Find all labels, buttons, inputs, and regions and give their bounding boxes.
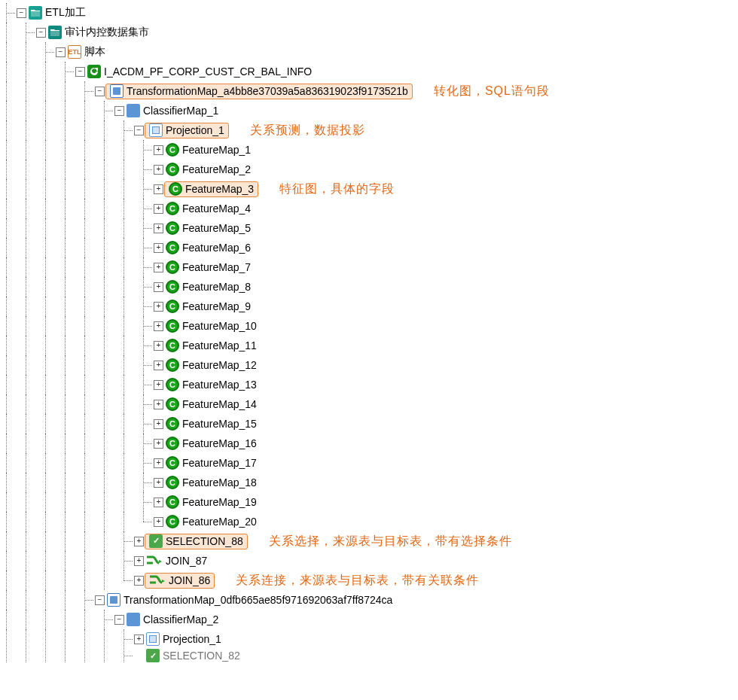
- expand-icon[interactable]: +: [154, 361, 163, 370]
- node-projection-1b[interactable]: + Projection_1: [2, 629, 736, 649]
- expand-icon[interactable]: +: [154, 458, 163, 468]
- expand-icon[interactable]: +: [134, 537, 144, 546]
- node-projection-1[interactable]: − Projection_1 关系预测，数据投影: [2, 120, 736, 140]
- projection-icon: [146, 632, 160, 646]
- feature-icon: C: [166, 280, 179, 294]
- node-etl-root[interactable]: − ETL加工: [2, 3, 736, 23]
- node-feature-map[interactable]: +CFeatureMap_5: [2, 218, 736, 238]
- node-label: JOIN_86: [167, 574, 212, 587]
- node-selection-88[interactable]: + SELECTION_88 关系选择，来源表与目标表，带有选择条件: [2, 531, 736, 551]
- node-selection-82[interactable]: SELECTION_82: [2, 649, 736, 662]
- node-join-86[interactable]: + JOIN_86 关系连接，来源表与目标表，带有关联条件: [2, 571, 736, 590]
- expand-icon[interactable]: +: [134, 635, 144, 644]
- collapse-icon[interactable]: −: [95, 595, 105, 605]
- feature-icon: C: [166, 221, 179, 235]
- node-feature-map[interactable]: +CFeatureMap_19: [2, 492, 736, 512]
- node-feature-map[interactable]: +CFeatureMap_8: [2, 277, 736, 297]
- expand-icon[interactable]: +: [154, 263, 163, 272]
- expand-icon[interactable]: +: [154, 380, 163, 390]
- node-feature-map[interactable]: +CFeatureMap_3特征图，具体的字段: [2, 179, 736, 199]
- node-label: FeatureMap_3: [184, 182, 255, 196]
- expand-icon[interactable]: +: [154, 517, 163, 527]
- node-feature-map[interactable]: +CFeatureMap_17: [2, 453, 736, 473]
- expand-icon[interactable]: +: [154, 439, 163, 449]
- collapse-icon[interactable]: −: [134, 126, 144, 135]
- feature-icon: C: [166, 456, 179, 470]
- annotation-text: 关系连接，来源表与目标表，带有关联条件: [236, 573, 479, 589]
- feature-icon: C: [166, 495, 179, 509]
- folder-icon: [48, 26, 62, 39]
- node-label: TransformationMap_a4bb8e37039a5a83631902…: [125, 84, 410, 98]
- node-feature-map[interactable]: +CFeatureMap_16: [2, 434, 736, 453]
- node-feature-map[interactable]: +CFeatureMap_1: [2, 140, 736, 160]
- node-transformation-map-1[interactable]: − TransformationMap_a4bb8e37039a5a836319…: [2, 81, 736, 101]
- node-script[interactable]: − ETL 脚本: [2, 42, 736, 62]
- node-label: FeatureMap_13: [181, 378, 258, 391]
- annotation-text: 特征图，具体的字段: [279, 181, 395, 197]
- node-feature-map[interactable]: +CFeatureMap_13: [2, 375, 736, 394]
- node-label: FeatureMap_10: [181, 319, 258, 333]
- node-classifier-map-2[interactable]: − ClassifierMap_2: [2, 610, 736, 629]
- expand-icon[interactable]: +: [154, 400, 163, 409]
- node-feature-map[interactable]: +CFeatureMap_14: [2, 394, 736, 414]
- node-table[interactable]: − I_ACDM_PF_CORP_CUST_CR_BAL_INFO: [2, 62, 736, 81]
- expand-icon[interactable]: +: [154, 478, 163, 488]
- node-feature-map[interactable]: +CFeatureMap_20: [2, 512, 736, 531]
- join-icon: [146, 555, 163, 566]
- collapse-icon[interactable]: −: [75, 67, 85, 77]
- node-feature-map[interactable]: +CFeatureMap_9: [2, 297, 736, 316]
- classifier-icon: [127, 104, 140, 117]
- feature-icon: C: [166, 143, 179, 157]
- collapse-icon[interactable]: −: [36, 28, 46, 38]
- collapse-icon[interactable]: −: [114, 615, 124, 625]
- collapse-icon[interactable]: −: [114, 106, 124, 116]
- expand-icon[interactable]: +: [154, 145, 163, 155]
- annotation-text: 关系选择，来源表与目标表，带有选择条件: [269, 534, 512, 549]
- node-feature-map[interactable]: +CFeatureMap_11: [2, 336, 736, 355]
- expand-icon[interactable]: +: [154, 282, 163, 292]
- expand-icon[interactable]: +: [154, 243, 163, 253]
- collapse-icon[interactable]: −: [17, 8, 26, 18]
- node-label: FeatureMap_9: [181, 300, 252, 313]
- expand-icon[interactable]: +: [154, 341, 163, 351]
- expand-icon[interactable]: +: [154, 302, 163, 312]
- highlight-box: CFeatureMap_3: [164, 181, 258, 197]
- node-label: SELECTION_82: [161, 649, 242, 662]
- node-label: FeatureMap_15: [181, 417, 258, 431]
- classifier-icon: [127, 613, 140, 626]
- node-feature-map[interactable]: +CFeatureMap_2: [2, 160, 736, 179]
- expand-icon[interactable]: +: [154, 498, 163, 507]
- node-feature-map[interactable]: +CFeatureMap_15: [2, 414, 736, 434]
- expand-icon[interactable]: +: [154, 321, 163, 331]
- node-label: TransformationMap_0dfb665ae85f971692063a…: [122, 593, 394, 607]
- feature-icon: C: [166, 515, 179, 528]
- node-label: FeatureMap_17: [181, 456, 258, 470]
- node-feature-map[interactable]: +CFeatureMap_7: [2, 257, 736, 277]
- collapse-icon[interactable]: −: [95, 87, 105, 96]
- expand-icon[interactable]: +: [134, 556, 144, 566]
- node-feature-map[interactable]: +CFeatureMap_12: [2, 355, 736, 375]
- feature-icon: C: [166, 378, 179, 391]
- node-data-mart[interactable]: − 审计内控数据集市: [2, 23, 736, 42]
- node-label: FeatureMap_14: [181, 397, 258, 411]
- expand-icon[interactable]: +: [154, 165, 163, 175]
- node-join-87[interactable]: + JOIN_87: [2, 551, 736, 571]
- expand-icon[interactable]: +: [134, 576, 144, 586]
- node-feature-map[interactable]: +CFeatureMap_10: [2, 316, 736, 336]
- node-label: FeatureMap_18: [181, 476, 258, 489]
- expand-icon[interactable]: +: [154, 419, 163, 429]
- node-feature-map[interactable]: +CFeatureMap_4: [2, 199, 736, 218]
- node-feature-map[interactable]: +CFeatureMap_6: [2, 238, 736, 257]
- node-label: FeatureMap_5: [181, 221, 252, 235]
- feature-icon: C: [166, 339, 179, 352]
- feature-icon: C: [166, 358, 179, 372]
- highlight-box: TransformationMap_a4bb8e37039a5a83631902…: [105, 84, 413, 99]
- node-transformation-map-2[interactable]: − TransformationMap_0dfb665ae85f97169206…: [2, 590, 736, 610]
- expand-icon[interactable]: +: [154, 184, 163, 194]
- expand-icon[interactable]: +: [154, 204, 163, 214]
- node-classifier-map-1[interactable]: − ClassifierMap_1: [2, 101, 736, 120]
- collapse-icon[interactable]: −: [56, 47, 66, 57]
- node-label: FeatureMap_19: [181, 495, 258, 509]
- node-feature-map[interactable]: +CFeatureMap_18: [2, 473, 736, 492]
- expand-icon[interactable]: +: [154, 224, 163, 233]
